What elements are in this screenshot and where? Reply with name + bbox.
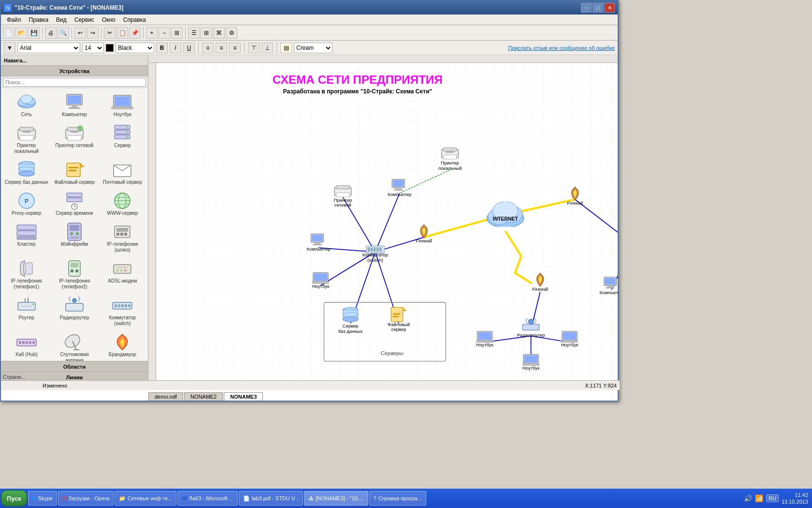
device-computer[interactable]: Компьютер bbox=[51, 90, 98, 120]
copy-button[interactable]: 📋 bbox=[116, 27, 128, 39]
device-ip-phone2[interactable]: IP-телефония (телефон2) bbox=[51, 256, 98, 292]
taskbar-network[interactable]: 📁 Сетевые инф те... bbox=[115, 491, 176, 506]
node-laptop4[interactable]: Ноутбук bbox=[522, 355, 540, 371]
menu-file[interactable]: Файл bbox=[3, 15, 25, 24]
device-printer-net[interactable]: Принтер сетевой bbox=[51, 121, 98, 157]
zoom-in-button[interactable]: + bbox=[146, 27, 158, 39]
device-hub[interactable]: Хаб (Hub) bbox=[3, 330, 50, 361]
open-button[interactable]: 📂 bbox=[15, 27, 27, 39]
drawing-canvas[interactable]: СХЕМА СЕТИ ПРЕДПРИЯТИЯ Разработана в про… bbox=[156, 63, 618, 382]
close-button[interactable]: ✕ bbox=[604, 3, 615, 13]
redo-button[interactable]: ↪ bbox=[87, 27, 99, 39]
align-button[interactable]: ☰ bbox=[188, 27, 200, 39]
device-proxy[interactable]: P Proxy-сервер bbox=[3, 189, 50, 219]
menu-window[interactable]: Окно bbox=[98, 15, 119, 24]
device-router[interactable]: Роутер bbox=[3, 293, 50, 329]
taskbar-help[interactable]: ? Справка програ... bbox=[369, 491, 426, 506]
device-firewall[interactable]: Брандмауэр bbox=[99, 330, 146, 361]
search-input[interactable] bbox=[3, 78, 146, 87]
node-laptop1[interactable]: Ноутбук bbox=[312, 272, 330, 288]
device-file-server[interactable]: Файловый сервер bbox=[51, 158, 98, 188]
tab-demo[interactable]: demo.ndf bbox=[148, 392, 183, 401]
save-button[interactable]: 💾 bbox=[28, 27, 40, 39]
navigate-btn[interactable]: Навига... bbox=[4, 58, 27, 63]
fill-color-button[interactable]: ▤ bbox=[280, 43, 292, 53]
device-www-server[interactable]: WWW-сервер bbox=[99, 189, 146, 219]
device-ip-phone-gw[interactable]: IP-телефония (шлюз) bbox=[99, 220, 146, 255]
device-cluster[interactable]: Кластер bbox=[3, 220, 50, 255]
new-button[interactable]: 📄 bbox=[3, 27, 14, 39]
menu-service[interactable]: Сервис bbox=[71, 15, 98, 24]
start-button[interactable]: Пуск bbox=[1, 490, 27, 507]
taskbar-opera[interactable]: O Загрузки - Opera bbox=[58, 491, 114, 506]
align-center-button[interactable]: ≡ bbox=[216, 43, 227, 53]
menu-edit[interactable]: Правка bbox=[25, 15, 53, 24]
node-radio-router[interactable]: Радиороутер bbox=[517, 318, 545, 338]
settings-button[interactable]: ⚙ bbox=[226, 27, 237, 39]
device-mainframe[interactable]: Мэйнфрейм bbox=[51, 220, 98, 255]
areas-section[interactable]: Области bbox=[1, 361, 148, 372]
device-laptop[interactable]: Ноутбук bbox=[99, 90, 146, 120]
tab-noname3[interactable]: NONAME3 bbox=[224, 392, 263, 401]
font-name-select[interactable]: Arial bbox=[17, 43, 80, 53]
device-radio-router[interactable]: Радиороутер bbox=[51, 293, 98, 329]
cut-button[interactable]: ✂ bbox=[104, 27, 116, 39]
paste-button[interactable]: 📌 bbox=[129, 27, 141, 39]
node-laptop2[interactable]: Ноутбук bbox=[476, 331, 493, 347]
connect-button[interactable]: ⌘ bbox=[213, 27, 225, 39]
underline-button[interactable]: U bbox=[183, 43, 195, 53]
zoom-fit-button[interactable]: ⊞ bbox=[171, 27, 183, 39]
device-ip-phone1[interactable]: IP-телефония (телефон1) bbox=[3, 256, 50, 292]
align-right-button[interactable]: ≡ bbox=[229, 43, 241, 53]
menu-help[interactable]: Справка bbox=[119, 15, 150, 24]
tray-network-icon[interactable]: 📶 bbox=[755, 494, 763, 502]
device-adsl[interactable]: ADSL-модем bbox=[99, 256, 146, 292]
device-mail-server[interactable]: Почтовый сервер bbox=[99, 158, 146, 188]
node-computer3[interactable]: Компьютер bbox=[600, 277, 618, 295]
device-db-server[interactable]: Сервер баз данных bbox=[3, 158, 50, 188]
node-local-printer-top[interactable]: Принтер локальный bbox=[438, 148, 462, 170]
grid-button[interactable]: ⊞ bbox=[201, 27, 212, 39]
node-firewall3[interactable]: Firewall bbox=[532, 273, 548, 291]
device-net[interactable]: Сеть bbox=[3, 90, 50, 120]
lang-button[interactable]: RU bbox=[766, 494, 779, 502]
print-button[interactable]: 🖨 bbox=[45, 27, 57, 39]
node-computer2[interactable]: Компьютер bbox=[306, 234, 330, 252]
taskbar-netschema[interactable]: 🖧 [NONAME3] - "10-... bbox=[304, 491, 368, 506]
tray-volume-icon[interactable]: 🔊 bbox=[744, 494, 752, 502]
feedback-link[interactable]: Прислать отзыв или сообщение об ошибке bbox=[508, 45, 615, 51]
node-laptop3[interactable]: Ноутбук bbox=[561, 331, 579, 347]
fill-color-select[interactable]: Cream bbox=[294, 43, 333, 53]
bold-button[interactable]: B bbox=[156, 43, 168, 53]
tab-noname2[interactable]: NONAME2 bbox=[184, 392, 223, 401]
node-firewall2[interactable]: Firewall bbox=[567, 187, 583, 205]
device-sat-antenna[interactable]: Спутниковая антенна bbox=[51, 330, 98, 361]
italic-button[interactable]: I bbox=[170, 43, 181, 53]
device-printer-local[interactable]: Принтер локальный bbox=[3, 121, 50, 157]
device-server[interactable]: Сервер bbox=[99, 121, 146, 157]
node-net-printer[interactable]: Принтер сетевой bbox=[334, 186, 352, 208]
font-size-select[interactable]: 14 bbox=[82, 43, 104, 53]
device-switch[interactable]: Коммутатор (switch) bbox=[99, 293, 146, 329]
device-time-server[interactable]: Сервер времени bbox=[51, 189, 98, 219]
align-left-button[interactable]: ≡ bbox=[202, 43, 214, 53]
valign-mid-button[interactable]: ⊥ bbox=[261, 43, 273, 53]
undo-button[interactable]: ↩ bbox=[74, 27, 86, 39]
node-internet[interactable]: INTERNET bbox=[487, 202, 523, 228]
minimize-button[interactable]: − bbox=[581, 3, 592, 13]
font-color-select[interactable]: Black bbox=[116, 43, 154, 53]
node-computer1[interactable]: Компьютер bbox=[388, 179, 411, 197]
restore-button[interactable]: □ bbox=[593, 3, 603, 13]
node-firewall1[interactable]: Firewall bbox=[416, 224, 432, 243]
taskbar-skype[interactable]: S Skype bbox=[28, 491, 57, 506]
print-preview[interactable]: 🔍 bbox=[58, 27, 69, 39]
menu-view[interactable]: Вид bbox=[52, 15, 71, 24]
node-db-server[interactable]: Сервер баз данных bbox=[338, 307, 363, 333]
zoom-out-button[interactable]: − bbox=[159, 27, 170, 39]
node-file-server[interactable]: Файловый сервер bbox=[388, 307, 410, 332]
valign-top-button[interactable]: ⊤ bbox=[248, 43, 260, 53]
quick-access[interactable]: ▼ bbox=[4, 42, 15, 54]
node-switch1[interactable]: Коммутатор (switch) bbox=[362, 246, 388, 263]
taskbar-word[interactable]: W Ла63 - Microsoft ... bbox=[177, 491, 238, 506]
taskbar-pdf[interactable]: 📄 lab3.pdf - STDU V... bbox=[239, 491, 303, 506]
